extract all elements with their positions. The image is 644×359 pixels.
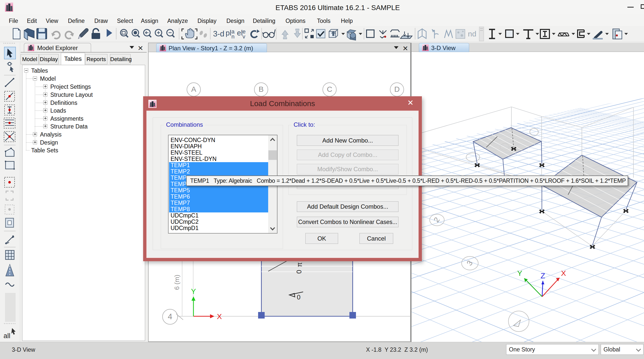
svg-text:X: X [561, 269, 566, 277]
svg-text:B: B [259, 85, 264, 93]
svg-text:π: π [296, 262, 303, 267]
svg-text:v: v [243, 33, 245, 40]
svg-text:nd: nd [468, 30, 476, 38]
svg-text:n: n [231, 33, 234, 40]
svg-text:X: X [217, 312, 222, 321]
svg-text:pl: pl [226, 29, 231, 37]
svg-text:0: 0 [297, 293, 300, 301]
svg-text:Y: Y [517, 269, 522, 277]
svg-text:C: C [327, 85, 332, 93]
svg-text:A: A [191, 85, 196, 93]
svg-text:D: D [394, 85, 400, 93]
svg-text:2: 2 [432, 216, 441, 224]
svg-text:3-d: 3-d [213, 29, 224, 38]
svg-text:all: all [4, 332, 10, 340]
svg-text:Y: Y [191, 287, 196, 295]
svg-text:4: 4 [168, 312, 172, 321]
svg-text:el: el [237, 29, 243, 37]
svg-text:3: 3 [465, 259, 474, 267]
svg-text:6 (m): 6 (m) [173, 275, 181, 290]
svg-text:Z: Z [541, 272, 545, 280]
svg-text:0: 0 [295, 270, 303, 274]
